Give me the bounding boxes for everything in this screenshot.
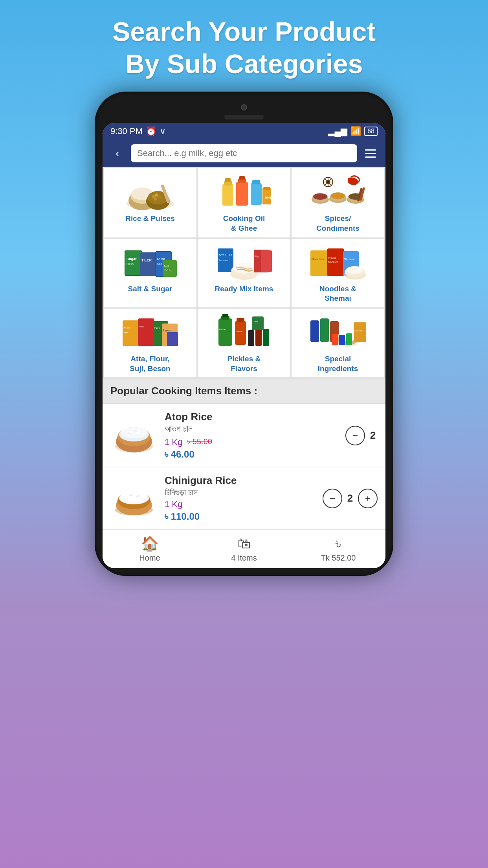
product-item-chinigura: Chinigura Rice চিনিগুড়া চাল 1 Kg ৳ 110.… bbox=[103, 467, 385, 530]
svg-text:Salt: Salt bbox=[157, 263, 162, 265]
category-special[interactable]: Special SpecialIngredients bbox=[292, 309, 384, 377]
chinigura-weight: 1 Kg bbox=[165, 499, 316, 509]
svg-point-8 bbox=[158, 195, 162, 199]
tab-cart[interactable]: 🛍 4 Items bbox=[197, 530, 291, 568]
category-rice-pulses[interactable]: Rice & Pulses bbox=[104, 168, 196, 237]
svg-text:Flour: Flour bbox=[154, 327, 161, 329]
svg-rect-20 bbox=[263, 187, 270, 190]
phone-camera bbox=[241, 104, 247, 110]
salt-sugar-svg: Sugar Fresh TILER Pure Salt ACT PURE bbox=[121, 243, 180, 282]
chinigura-qty: 2 bbox=[345, 492, 355, 504]
taka-icon: ৳ bbox=[336, 535, 341, 552]
svg-rect-61 bbox=[310, 250, 328, 276]
svg-text:Semolina: Semolina bbox=[218, 259, 229, 261]
chinigura-svg bbox=[112, 481, 156, 516]
svg-rect-74 bbox=[138, 318, 154, 346]
nav-bar: ‹ bbox=[103, 140, 385, 167]
category-salt-sugar[interactable]: Sugar Fresh TILER Pure Salt ACT PURE bbox=[104, 239, 196, 307]
category-grid: Rice & Pulses bbox=[103, 167, 385, 379]
svg-rect-14 bbox=[236, 182, 248, 206]
svg-rect-85 bbox=[235, 321, 246, 345]
svg-text:Noodles: Noodles bbox=[328, 261, 338, 263]
chinigura-increase-btn[interactable]: + bbox=[358, 489, 378, 508]
category-pickles[interactable]: Pickle Sauce Flavor Pickles &Fl bbox=[198, 309, 290, 377]
svg-point-70 bbox=[346, 266, 363, 274]
atop-rice-decrease-btn[interactable]: − bbox=[345, 426, 365, 445]
phone-notch bbox=[103, 99, 385, 123]
status-time: 9:30 PM bbox=[110, 126, 143, 136]
svg-text:Flavor: Flavor bbox=[253, 320, 258, 323]
spices-image bbox=[308, 172, 367, 211]
svg-rect-18 bbox=[252, 180, 260, 184]
svg-text:PURI: PURI bbox=[124, 327, 130, 329]
category-cooking-oil[interactable]: GHEE Cooking Oil& Ghee bbox=[198, 168, 290, 237]
svg-point-118 bbox=[121, 491, 147, 502]
svg-text:নবান্ন: নবান্ন bbox=[139, 325, 145, 328]
atop-rice-new-price: ৳ 46.00 bbox=[165, 449, 338, 460]
special-image: Special bbox=[308, 313, 367, 352]
svg-rect-90 bbox=[263, 329, 269, 346]
pickles-image: Pickle Sauce Flavor bbox=[215, 313, 273, 352]
svg-rect-91 bbox=[252, 316, 264, 330]
noodles-label: Noodles &Shemai bbox=[319, 284, 356, 303]
chinigura-name-bn: চিনিগুড়া চাল bbox=[165, 487, 316, 498]
svg-rect-99 bbox=[332, 334, 338, 345]
svg-point-7 bbox=[155, 193, 158, 197]
cooking-oil-svg: GHEE bbox=[215, 172, 273, 211]
category-atta-flour[interactable]: PURI Atta নবান্ন Flour Beson Atta, Flour… bbox=[104, 309, 196, 377]
header-line2: By Sub Categories bbox=[24, 48, 464, 80]
header-line1: Search Your Product bbox=[24, 16, 464, 48]
svg-text:ACT PURE: ACT PURE bbox=[218, 254, 233, 257]
atta-svg: PURI Atta নবান্ন Flour Beson bbox=[121, 313, 180, 352]
svg-rect-94 bbox=[320, 318, 329, 342]
battery-level: 68 bbox=[364, 127, 378, 136]
signal-icon: ▂▄▆ bbox=[328, 126, 348, 136]
rice-pulses-image bbox=[121, 172, 180, 211]
phone-frame: 9:30 PM ⏰ ∨ ▂▄▆ 📶 68 ‹ bbox=[95, 92, 393, 576]
svg-rect-16 bbox=[239, 176, 245, 180]
page-header: Search Your Product By Sub Categories bbox=[0, 0, 488, 92]
svg-point-27 bbox=[331, 193, 345, 199]
svg-text:Pickle: Pickle bbox=[219, 328, 226, 331]
svg-point-108 bbox=[121, 427, 147, 438]
ready-mix-svg: ACT PURE Semolina নিখুঁত bbox=[215, 243, 273, 282]
atop-rice-qty-control: − 2 bbox=[345, 426, 378, 445]
menu-button[interactable] bbox=[362, 145, 379, 162]
status-right: ▂▄▆ 📶 68 bbox=[328, 126, 378, 136]
cart-icon: 🛍 bbox=[237, 535, 251, 552]
svg-rect-60 bbox=[261, 250, 272, 272]
svg-rect-102 bbox=[354, 322, 366, 342]
svg-rect-86 bbox=[237, 318, 244, 322]
search-input[interactable] bbox=[131, 144, 357, 162]
svg-rect-81 bbox=[218, 318, 232, 346]
special-svg: Special bbox=[308, 313, 367, 352]
wifi-icon: 📶 bbox=[350, 126, 361, 136]
svg-rect-101 bbox=[346, 333, 352, 345]
product-list: Atop Rice আতপ চাল 1 Kg ৳ 55.00 ৳ 46.00 −… bbox=[103, 404, 385, 530]
category-spices[interactable]: Spices/Condiments bbox=[292, 168, 384, 237]
back-button[interactable]: ‹ bbox=[109, 145, 126, 162]
spices-label: Spices/Condiments bbox=[316, 214, 360, 233]
menu-icon-line2 bbox=[365, 153, 376, 154]
rice-pulses-svg bbox=[121, 172, 180, 211]
atop-rice-price-row: 1 Kg ৳ 55.00 bbox=[165, 436, 338, 447]
category-noodles[interactable]: Noodles Instant Noodles Shemai Noodles &… bbox=[292, 239, 384, 307]
tab-home[interactable]: 🏠 Home bbox=[103, 530, 197, 568]
svg-text:ACT: ACT bbox=[164, 265, 170, 267]
rice-pulses-label: Rice & Pulses bbox=[125, 214, 175, 224]
menu-icon-line3 bbox=[365, 156, 376, 158]
chinigura-image bbox=[110, 479, 158, 518]
svg-rect-100 bbox=[339, 335, 345, 345]
chinigura-decrease-btn[interactable]: − bbox=[323, 489, 342, 508]
atop-rice-old-price: ৳ 55.00 bbox=[187, 437, 212, 446]
noodles-svg: Noodles Instant Noodles Shemai bbox=[308, 243, 367, 282]
atta-flour-image: PURI Atta নবান্ন Flour Beson bbox=[121, 313, 180, 352]
phone-screen: 9:30 PM ⏰ ∨ ▂▄▆ 📶 68 ‹ bbox=[103, 123, 385, 568]
special-label: SpecialIngredients bbox=[318, 354, 358, 373]
ready-mix-label: Ready Mix Items bbox=[215, 284, 273, 294]
svg-rect-88 bbox=[248, 330, 254, 346]
category-ready-mix[interactable]: ACT PURE Semolina নিখুঁত bbox=[198, 239, 290, 307]
tab-total[interactable]: ৳ Tk 552.00 bbox=[291, 530, 385, 568]
alarm-icon: ⏰ bbox=[146, 126, 156, 136]
atop-rice-weight: 1 Kg bbox=[165, 437, 182, 447]
